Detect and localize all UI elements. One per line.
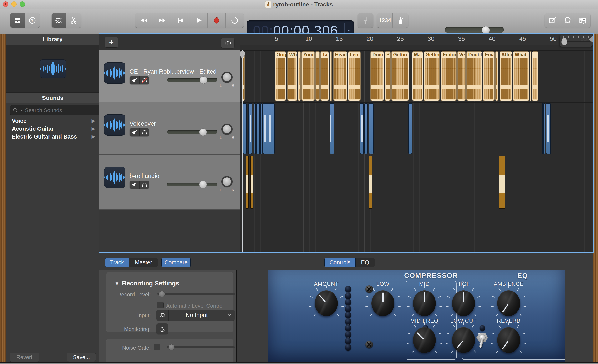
mute-button[interactable] (130, 128, 140, 137)
track-header-interview[interactable]: CE - Ryan Robi...erview - Edited L R (99, 50, 241, 102)
sidebar-item-voice[interactable]: Voice▶ (6, 117, 99, 125)
audio-region[interactable] (260, 103, 263, 154)
audio-region[interactable]: Getting (424, 51, 440, 101)
tuner-button[interactable] (358, 13, 373, 28)
audio-region[interactable] (364, 103, 367, 154)
track-visibility-filter-button[interactable] (221, 38, 234, 48)
go-to-beginning-button[interactable] (171, 13, 190, 28)
record-button[interactable] (208, 13, 226, 28)
audio-region[interactable]: Ta (320, 51, 329, 101)
audio-region[interactable]: P (385, 51, 390, 101)
loop-browser-button[interactable] (560, 13, 575, 28)
track-header-broll[interactable]: b-roll audio L R (99, 155, 241, 210)
search-input[interactable] (25, 107, 98, 114)
audio-region[interactable] (369, 103, 374, 154)
audio-region[interactable]: What (513, 51, 529, 101)
audio-region[interactable] (243, 103, 246, 154)
audio-region[interactable] (499, 156, 505, 209)
scroll-left-arrow[interactable] (589, 36, 593, 43)
audio-region[interactable]: Ma (412, 51, 423, 101)
noise-gate-thumb[interactable] (168, 344, 175, 350)
play-button[interactable] (190, 13, 208, 28)
track-header-voiceover[interactable]: Voiceover L R (99, 102, 241, 155)
eq-toggle-switch[interactable] (475, 332, 489, 349)
volume-thumb[interactable] (199, 128, 207, 136)
audio-region[interactable] (408, 103, 412, 154)
knob-ambience[interactable] (497, 290, 520, 316)
tab-eq[interactable]: EQ (356, 258, 374, 267)
media-browser-button[interactable] (575, 13, 590, 28)
volume-thumb[interactable] (200, 76, 207, 84)
record-level-slider[interactable] (158, 293, 235, 295)
audio-region[interactable] (360, 103, 364, 154)
playhead[interactable] (242, 50, 242, 252)
solo-button[interactable] (140, 128, 149, 137)
tab-controls[interactable]: Controls (324, 258, 356, 267)
compare-button[interactable]: Compare (161, 258, 191, 267)
audio-region[interactable] (263, 103, 275, 154)
audio-region[interactable]: Wh (287, 51, 297, 101)
monitoring-button[interactable] (156, 324, 168, 334)
knob-amount[interactable] (315, 290, 338, 316)
audio-region[interactable] (330, 103, 334, 154)
recording-settings-header[interactable]: ▼Recording Settings (115, 280, 179, 287)
audio-region[interactable] (254, 103, 256, 154)
add-track-button[interactable]: + (105, 37, 118, 48)
count-in-button[interactable]: 1234 (377, 13, 393, 28)
revert-button[interactable]: Revert (9, 353, 39, 362)
rewind-button[interactable] (135, 13, 153, 28)
tab-track[interactable]: Track (105, 258, 129, 267)
sidebar-item-acoustic-guitar[interactable]: Acoustic Guitar▶ (6, 125, 99, 133)
noise-gate-checkbox[interactable] (154, 344, 160, 350)
pan-knob[interactable] (221, 72, 233, 83)
mute-button[interactable] (130, 76, 140, 84)
tab-master[interactable]: Master (129, 258, 158, 267)
stereo-input-icon[interactable] (156, 310, 169, 321)
input-dropdown[interactable]: No Input (156, 310, 235, 321)
mute-button[interactable] (130, 180, 140, 189)
timeline-zoom-slider[interactable] (560, 35, 593, 47)
solo-button[interactable] (140, 180, 149, 189)
audio-region[interactable] (316, 51, 320, 101)
audio-region[interactable]: Head (333, 51, 347, 101)
audio-region[interactable] (246, 156, 249, 209)
lcd-mode-chevron[interactable] (345, 28, 354, 33)
volume-slider[interactable] (167, 183, 217, 186)
quick-help-button[interactable]: ? (25, 13, 40, 28)
fast-forward-button[interactable] (153, 13, 171, 28)
pan-knob[interactable] (221, 123, 233, 135)
audio-region[interactable] (544, 103, 545, 154)
cycle-button[interactable] (226, 13, 244, 28)
audio-region[interactable] (248, 103, 252, 154)
audio-region[interactable] (369, 156, 372, 209)
save-button[interactable]: Save... (67, 353, 96, 362)
audio-region[interactable]: Editori (441, 51, 457, 101)
note-pad-button[interactable] (545, 13, 560, 28)
search-field[interactable] (10, 105, 101, 115)
knob-low_cut[interactable] (452, 327, 475, 353)
audio-region[interactable] (532, 51, 539, 101)
solo-button[interactable] (140, 76, 149, 84)
master-volume-slider[interactable] (445, 27, 504, 33)
master-volume-thumb[interactable] (482, 26, 490, 34)
editors-button[interactable] (66, 13, 81, 28)
noise-gate-slider[interactable] (166, 346, 235, 348)
volume-slider[interactable] (167, 130, 217, 134)
audio-region[interactable]: Orig (275, 51, 286, 101)
audio-region[interactable] (298, 51, 301, 101)
metronome-button[interactable] (393, 13, 408, 28)
audio-region[interactable] (495, 51, 498, 101)
knob-high[interactable] (452, 290, 475, 316)
record-level-thumb[interactable] (159, 291, 165, 297)
audio-region[interactable]: Your (301, 51, 315, 101)
audio-region[interactable]: Affili (499, 51, 512, 101)
audio-region[interactable] (542, 103, 544, 154)
playhead-pin[interactable] (240, 51, 245, 59)
audio-region[interactable]: Ema (483, 51, 495, 101)
audio-region[interactable] (530, 51, 531, 101)
audio-region[interactable] (330, 51, 332, 101)
audio-region[interactable]: Gettin (391, 51, 409, 101)
audio-region[interactable]: Doubl (466, 51, 482, 101)
sidebar-item-electric-guitar-bass[interactable]: Electric Guitar and Bass▶ (6, 133, 99, 141)
audio-region[interactable] (546, 103, 551, 154)
